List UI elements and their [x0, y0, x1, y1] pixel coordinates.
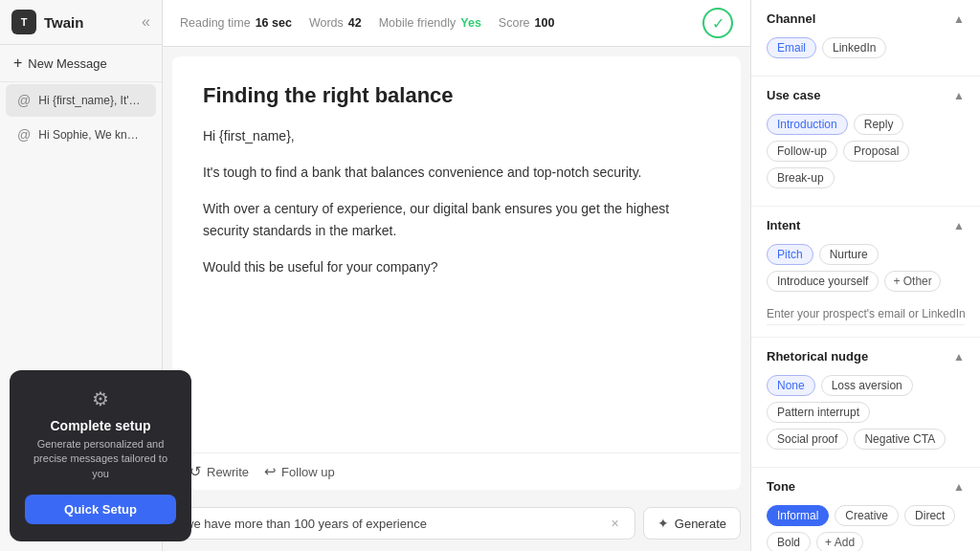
tag-proposal[interactable]: Proposal: [843, 141, 909, 162]
mobile-label: Mobile friendly: [379, 16, 457, 30]
tag-pattern-interrupt[interactable]: Pattern interrupt: [767, 402, 870, 423]
editor-title: Finding the right balance: [203, 83, 710, 108]
words-label: Words: [309, 16, 344, 30]
mobile-value: Yes: [460, 16, 481, 30]
rhetorical-nudge-title: Rhetorical nudge: [767, 349, 868, 364]
tag-negative-cta[interactable]: Negative CTA: [854, 429, 946, 450]
tag-none[interactable]: None: [767, 375, 815, 396]
sidebar-header: T Twain «: [0, 0, 162, 45]
tone-section-header[interactable]: Tone ▲: [751, 468, 980, 501]
tag-follow-up[interactable]: Follow-up: [767, 141, 837, 162]
topbar: Reading time 16 sec Words 42 Mobile frie…: [163, 0, 750, 47]
right-panel: Channel ▲ Email LinkedIn Use case ▲ Intr…: [750, 0, 980, 551]
tag-linkedin[interactable]: LinkedIn: [822, 37, 886, 58]
editor-content: Hi {first_name}, It's tough to find a ba…: [203, 125, 710, 279]
tag-email[interactable]: Email: [767, 37, 816, 58]
intent-tags: Pitch Nurture Introduce yourself + Other: [767, 244, 965, 292]
rhetorical-nudge-header[interactable]: Rhetorical nudge ▲: [751, 338, 980, 371]
quick-setup-button[interactable]: Quick Setup: [25, 495, 176, 524]
new-message-label: New Message: [28, 56, 106, 71]
tag-plus-add[interactable]: + Add: [816, 532, 863, 551]
rewrite-label: Rewrite: [207, 465, 249, 479]
settings-icon: ⚙: [25, 387, 176, 410]
rhetorical-nudge-section: Rhetorical nudge ▲ None Loss aversion Pa…: [751, 338, 980, 468]
use-case-title: Use case: [767, 88, 820, 102]
reading-time-label: Reading time: [180, 16, 251, 30]
list-item[interactable]: @ Hi Sophie, We know wri...: [6, 119, 156, 151]
tag-introduction[interactable]: Introduction: [767, 114, 848, 135]
use-case-section: Use case ▲ Introduction Reply Follow-up …: [751, 77, 980, 207]
greeting-text: Hi {first_name},: [203, 125, 710, 148]
tag-introduce-yourself[interactable]: Introduce yourself: [767, 271, 879, 292]
intent-title: Intent: [767, 218, 800, 232]
tone-tags: Informal Creative Direct Bold + Add: [767, 505, 965, 551]
tone-chevron-icon: ▲: [953, 480, 965, 494]
prospect-input[interactable]: [767, 303, 965, 325]
use-case-section-header[interactable]: Use case ▲: [751, 77, 980, 110]
intent-section: Intent ▲ Pitch Nurture Introduce yoursel…: [751, 207, 980, 338]
paragraph-1: It's tough to find a bank that balances …: [203, 162, 710, 185]
list-item[interactable]: @ Hi {first_name}, It's tou...: [6, 84, 156, 117]
followup-icon: ↩: [264, 463, 277, 480]
tag-plus-other[interactable]: + Other: [884, 271, 940, 292]
generate-button[interactable]: ✦ Generate: [643, 507, 741, 540]
use-case-tags-row-1: Introduction Reply Follow-up Proposal: [767, 114, 965, 162]
setup-title: Complete setup: [25, 418, 176, 433]
input-bar: × ✦ Generate: [163, 499, 750, 551]
app-logo: T: [11, 10, 36, 34]
rhetorical-tags-row-1: None Loss aversion Pattern interrupt: [767, 375, 965, 423]
tag-reply[interactable]: Reply: [854, 114, 904, 135]
message-preview: Hi {first_name}, It's tou...: [38, 94, 145, 107]
tag-direct[interactable]: Direct: [904, 505, 955, 526]
words-value: 42: [348, 16, 362, 30]
plus-icon: +: [13, 55, 22, 72]
tone-title: Tone: [767, 479, 795, 494]
tag-informal[interactable]: Informal: [767, 505, 829, 526]
score-checkmark: ✓: [702, 8, 733, 38]
score-item: Score 100: [499, 16, 555, 30]
channel-section: Channel ▲ Email LinkedIn: [751, 0, 980, 77]
new-message-button[interactable]: + New Message: [0, 45, 162, 82]
score-value: 100: [535, 16, 555, 30]
followup-label: Follow up: [281, 465, 335, 479]
tag-bold[interactable]: Bold: [767, 532, 811, 551]
editor-area[interactable]: Finding the right balance Hi {first_name…: [172, 56, 741, 452]
sidebar-collapse-button[interactable]: «: [142, 13, 150, 31]
use-case-tags-row-2: Break-up: [767, 167, 965, 188]
tag-break-up[interactable]: Break-up: [767, 167, 835, 188]
tag-loss-aversion[interactable]: Loss aversion: [821, 375, 913, 396]
generate-label: Generate: [675, 517, 726, 531]
editor-actions-bar: ↺ Rewrite ↩ Follow up: [172, 452, 741, 490]
reading-time-item: Reading time 16 sec: [180, 16, 292, 30]
use-case-chevron-icon: ▲: [953, 89, 965, 102]
channel-body: Email LinkedIn: [751, 33, 980, 76]
rhetorical-nudge-body: None Loss aversion Pattern interrupt Soc…: [751, 371, 980, 467]
score-label: Score: [499, 16, 530, 30]
tone-section: Tone ▲ Informal Creative Direct Bold + A…: [751, 468, 980, 551]
mobile-friendly-item: Mobile friendly Yes: [379, 16, 481, 30]
context-input[interactable]: [185, 517, 608, 531]
rewrite-button[interactable]: ↺ Rewrite: [189, 463, 249, 480]
setup-description: Generate personalized and precise messag…: [25, 437, 176, 481]
tag-creative[interactable]: Creative: [835, 505, 899, 526]
tag-social-proof[interactable]: Social proof: [767, 429, 848, 450]
sidebar: T Twain « + New Message @ Hi {first_name…: [0, 0, 163, 551]
generate-icon: ✦: [657, 516, 669, 531]
words-item: Words 42: [309, 16, 362, 30]
channel-section-header[interactable]: Channel ▲: [751, 0, 980, 33]
intent-body: Pitch Nurture Introduce yourself + Other: [751, 240, 980, 337]
rhetorical-tags-row-2: Social proof Negative CTA: [767, 429, 965, 450]
reading-time-value: 16 sec: [256, 16, 292, 30]
intent-section-header[interactable]: Intent ▲: [751, 207, 980, 240]
use-case-body: Introduction Reply Follow-up Proposal Br…: [751, 110, 980, 206]
clear-input-button[interactable]: ×: [608, 516, 623, 531]
channel-chevron-icon: ▲: [953, 12, 965, 26]
tag-nurture[interactable]: Nurture: [819, 244, 879, 265]
setup-tooltip: ⚙ Complete setup Generate personalized a…: [10, 370, 191, 541]
tag-pitch[interactable]: Pitch: [767, 244, 813, 265]
tone-body: Informal Creative Direct Bold + Add: [751, 501, 980, 551]
intent-chevron-icon: ▲: [953, 219, 965, 232]
channel-tags: Email LinkedIn: [767, 37, 965, 58]
followup-button[interactable]: ↩ Follow up: [264, 463, 335, 480]
at-icon: @: [17, 127, 31, 143]
